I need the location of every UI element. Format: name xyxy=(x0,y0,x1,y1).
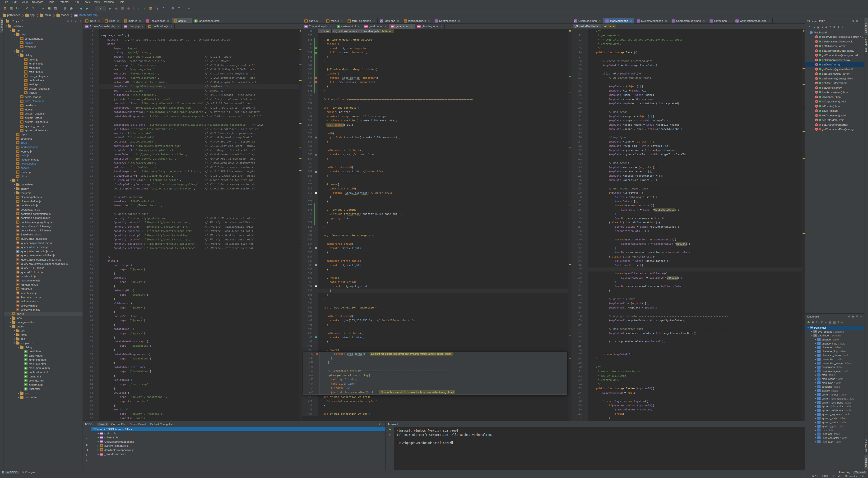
line-number[interactable]: 21 xyxy=(83,114,95,119)
structure-item[interactable]: msetData(data):void xyxy=(805,118,864,123)
line-number[interactable]: 42 xyxy=(83,203,95,208)
line-number[interactable]: 175 xyxy=(571,386,584,391)
tree-arrow-icon[interactable]: ▶ xyxy=(13,338,16,340)
project-tree-item[interactable]: Hroute.html xyxy=(4,374,83,379)
project-tree-item[interactable]: Hmap_manual.html xyxy=(4,366,83,370)
readonly-lock-icon[interactable]: ⚿ xyxy=(859,474,866,478)
line-number[interactable]: 402 xyxy=(302,318,314,323)
locate-icon[interactable]: ◎ xyxy=(67,20,69,23)
line-number[interactable]: 83 xyxy=(83,378,95,382)
line-number[interactable]: 172 xyxy=(571,374,584,378)
tab-close-icon[interactable]: ✕ xyxy=(665,20,667,22)
forward-icon[interactable]: ▶ xyxy=(84,5,90,11)
project-tree-item[interactable]: ▼dialog xyxy=(4,53,83,57)
console-icon[interactable]: ▣ xyxy=(851,315,854,318)
line-number[interactable]: 161 xyxy=(571,327,584,331)
line-number[interactable]: 335 xyxy=(302,33,314,38)
structure-item[interactable]: mgetConnections():array|mixed xyxy=(805,53,864,58)
database-tree-item[interactable]: ▶corporation: table xyxy=(805,365,864,369)
hide-panel-icon[interactable]: ⊣ xyxy=(78,20,81,23)
line-number[interactable]: 146 xyxy=(571,263,584,267)
toolwindow-button-1-project[interactable]: 1: Project xyxy=(0,18,3,32)
help-icon[interactable]: ? xyxy=(86,438,88,441)
project-tree-item[interactable]: JSinit.js xyxy=(4,141,83,145)
structure-item[interactable]: msave():mixed xyxy=(805,108,864,113)
line-number[interactable]: 116 xyxy=(571,135,584,140)
line-number[interactable]: 384 xyxy=(302,242,314,246)
line-number[interactable]: 106 xyxy=(571,93,584,97)
structure-item[interactable]: mgetUserData():object xyxy=(805,81,864,86)
line-number[interactable]: 98 xyxy=(571,59,584,63)
todo-file-item[interactable]: ▶sass_dropdowns.scss xyxy=(91,452,385,456)
structure-item[interactable]: mgetUsers():array xyxy=(805,85,864,90)
line-number[interactable]: 182 xyxy=(571,416,584,420)
collapse-all-icon[interactable]: ⇞ xyxy=(70,20,72,23)
line-number[interactable]: 91 xyxy=(83,412,95,416)
sort-icon[interactable]: ⇅ xyxy=(852,20,854,23)
tree-arrow-icon[interactable]: ▶ xyxy=(814,362,817,364)
line-number[interactable]: 167 xyxy=(571,352,584,357)
refresh-icon[interactable]: ↻ xyxy=(816,321,818,324)
project-tree-item[interactable]: JStrust.js xyxy=(4,91,83,95)
line-number[interactable]: 89 xyxy=(83,404,95,408)
project-tree-item[interactable]: JSraphael-min.js xyxy=(4,283,83,287)
gear-icon[interactable]: ⚙ xyxy=(856,315,858,318)
line-number[interactable]: 108 xyxy=(571,101,584,106)
line-number[interactable]: 13 xyxy=(83,80,95,85)
line-number[interactable]: 386 xyxy=(302,250,314,255)
gear-icon[interactable]: ⚙ xyxy=(378,422,381,425)
line-number[interactable]: 346 xyxy=(302,80,314,85)
todo-file-item[interactable]: ▶phpcortex.php xyxy=(91,431,385,436)
tree-arrow-icon[interactable]: ▶ xyxy=(97,449,100,451)
menu-refactor[interactable]: Refactor xyxy=(57,0,71,4)
menu-edit[interactable]: Edit xyxy=(10,0,20,4)
line-number[interactable]: 157 xyxy=(571,310,584,314)
structure-item[interactable]: mhasAccess(user):bool xyxy=(805,90,864,95)
sync-icon[interactable]: ⇄ xyxy=(848,315,850,318)
line-number[interactable]: 87 xyxy=(83,395,95,399)
line-number[interactable]: 354 xyxy=(302,114,314,119)
toolwindow-toggle-icon[interactable]: ▦ xyxy=(1,471,4,474)
breadcrumb-item[interactable]: phpMapModel.php xyxy=(74,13,97,17)
line-number[interactable]: 72 xyxy=(83,331,95,336)
sort-alpha-icon[interactable]: ↓a xyxy=(807,25,810,29)
todo-view-project[interactable]: Project xyxy=(97,422,109,426)
line-number[interactable]: 1 xyxy=(83,29,95,33)
line-number[interactable]: 381 xyxy=(302,229,314,233)
project-tree-item[interactable]: ▼pathfinder xyxy=(4,24,83,28)
line-number[interactable]: 347 xyxy=(302,85,314,89)
replace-icon[interactable]: ◉ xyxy=(68,5,74,11)
line-number[interactable]: 77 xyxy=(83,352,95,357)
line-number[interactable]: 388 xyxy=(302,259,314,263)
project-tree-item[interactable]: JSblueimp-gallery.js xyxy=(4,195,83,199)
line-number[interactable]: 67 xyxy=(83,310,95,314)
project-tree-item[interactable]: ▶img xyxy=(4,337,83,341)
project-tree-item[interactable]: ▼lib xyxy=(4,178,83,183)
todo-file-item[interactable]: ▶phpCcpSystemsMapper.php xyxy=(91,440,385,444)
line-number[interactable]: 148 xyxy=(571,272,584,276)
paste-icon[interactable]: ▨ xyxy=(53,5,58,11)
line-number[interactable]: 341 xyxy=(302,59,314,63)
tree-arrow-icon[interactable]: ▶ xyxy=(13,188,16,190)
project-tree-item[interactable]: JSrequire.js xyxy=(4,287,83,291)
project-tree-item[interactable]: JSccp.js xyxy=(4,132,83,136)
project-tree-item[interactable]: JSmap.js xyxy=(4,40,83,45)
project-tree-item[interactable]: ▶mustache xyxy=(4,395,83,400)
line-number[interactable]: 394 xyxy=(302,284,314,289)
tab-AccessController.php[interactable]: phpAccessController.php✕ xyxy=(83,24,122,29)
line-number[interactable]: 93 xyxy=(571,38,584,42)
sort-visibility-icon[interactable]: ↓v xyxy=(812,25,815,29)
project-tree-item[interactable]: JSsystem_killboard.js xyxy=(4,120,83,124)
line-number[interactable]: 105 xyxy=(571,89,584,93)
breadcrumb-item[interactable]: app xyxy=(25,13,35,17)
project-tree-item[interactable]: Hcredit.html xyxy=(4,349,83,353)
line-number[interactable]: 344 xyxy=(302,72,314,76)
todo-summary[interactable]: ▼Found 7 TODO items in 6 files xyxy=(91,427,385,431)
project-tree-item[interactable]: JSbootstrap.min.js xyxy=(4,208,83,212)
tab-close-icon[interactable]: ✕ xyxy=(729,20,731,22)
line-number[interactable]: 44 xyxy=(83,212,95,216)
line-number[interactable]: 59 xyxy=(83,276,95,280)
line-number[interactable]: 32 xyxy=(83,161,95,165)
line-number[interactable]: 124 xyxy=(571,169,584,174)
show-fields-icon[interactable]: ◑ xyxy=(822,25,823,29)
